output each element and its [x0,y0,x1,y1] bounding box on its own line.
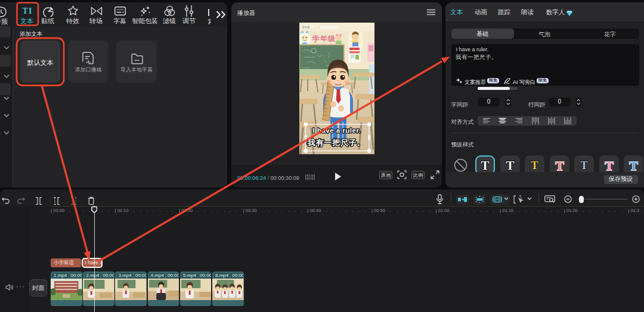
svg-text:I have a ruler.: I have a ruler. [312,127,361,134]
svg-text:T: T [506,158,514,173]
svg-text:T: T [555,158,564,173]
svg-text:学年级: 学年级 [312,35,336,43]
svg-text:T: T [481,158,490,173]
svg-text:T: T [630,158,639,173]
svg-text:学年级: 学年级 [302,26,310,29]
svg-text:我有一把尺子。: 我有一把尺子。 [307,138,366,147]
svg-text:T: T [531,160,538,171]
svg-text:T: T [581,160,588,171]
svg-text:T: T [605,158,614,173]
